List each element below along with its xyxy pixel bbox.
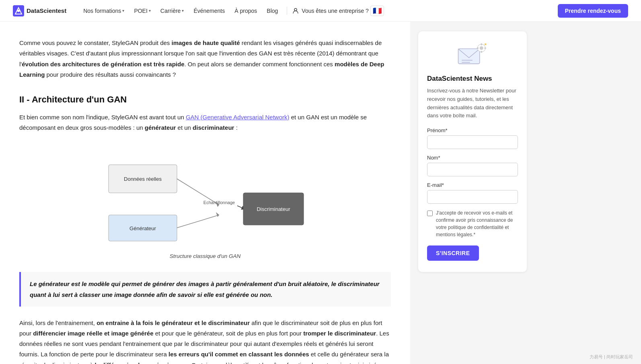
gan-diagram-svg: Données réelles Générateur Echantillonna… [101, 145, 310, 249]
consent-row: J'accepte de recevoir vos e-mails et con… [427, 209, 518, 238]
intro-bold-2: évolution des architectures de génératio… [22, 61, 184, 67]
consent-label: J'accepte de recevoir vos e-mails et con… [436, 209, 518, 238]
sidebar: ★ DataScientest News Inscrivez-vous à no… [410, 22, 535, 364]
blockquote-text: Le générateur est le modèle qui permet d… [30, 278, 382, 300]
svg-point-2 [17, 10, 20, 12]
gan-blockquote: Le générateur est le modèle qui permet d… [19, 272, 391, 307]
para1-text-1: Et bien comme son nom l'indique, StyleGA… [19, 114, 186, 121]
svg-point-3 [294, 8, 297, 11]
chevron-down-icon: ▾ [122, 8, 124, 13]
svg-rect-20 [481, 43, 482, 45]
svg-rect-22 [477, 47, 479, 49]
nav-item-formations[interactable]: Nos formations ▾ [79, 5, 128, 16]
svg-rect-17 [458, 49, 479, 63]
intro-text-4: pour produire des résultats aussi convai… [45, 71, 176, 78]
logo-text: DataScientest [27, 7, 66, 14]
nom-label: Nom* [427, 155, 518, 161]
article-para-1: Et bien comme son nom l'indique, StyleGA… [19, 112, 391, 133]
header-right: Prendre rendez-vous [558, 4, 628, 18]
newsletter-card: ★ DataScientest News Inscrivez-vous à no… [418, 31, 527, 272]
newsletter-icon-wrap: ★ [427, 41, 518, 69]
chevron-down-icon: ▾ [149, 8, 151, 13]
prenom-input[interactable] [427, 135, 518, 149]
cta-rendez-vous-button[interactable]: Prendre rendez-vous [558, 4, 628, 18]
intro-text-1: Comme vous pouvez le constater, StyleGAN… [19, 39, 172, 46]
para2-text-3: et pour que le générateur, soit de plus … [154, 330, 304, 337]
subscribe-button[interactable]: S'INSCRIRE [427, 245, 479, 261]
newsletter-desc: Inscrivez-vous à notre Newsletter pour r… [427, 87, 518, 120]
intro-text-3: . On peut alors se demander comment fonc… [185, 61, 335, 67]
gan-link[interactable]: GAN (Generative Adversarial Network) [186, 114, 290, 121]
svg-text:Echantillonnage: Echantillonnage [203, 200, 235, 205]
page-wrapper: Comme vous pouvez le constater, StyleGAN… [0, 22, 641, 364]
gan-diagram-container: Données réelles Générateur Echantillonna… [19, 145, 391, 259]
consent-checkbox[interactable] [427, 211, 433, 216]
article-intro: Comme vous pouvez le constater, StyleGAN… [19, 38, 391, 80]
para1-text-3: et un [176, 124, 193, 131]
svg-text:★: ★ [484, 42, 487, 46]
svg-marker-11 [216, 212, 219, 217]
para1-bold-1: générateur [145, 124, 176, 131]
enterprise-link[interactable]: Vous êtes une entreprise ? [292, 7, 369, 14]
svg-text:Données réelles: Données réelles [124, 176, 162, 182]
newsletter-icon: ★ [456, 41, 489, 69]
para2-bold-1: on entraine à la fois le générateur et l… [97, 319, 250, 326]
svg-text:Discriminateur: Discriminateur [257, 206, 290, 212]
nav-item-carriere[interactable]: Carrière ▾ [156, 5, 188, 16]
enterprise-icon [292, 7, 299, 14]
para2-bold-2: différencier image réelle et image génér… [33, 330, 153, 337]
main-nav: Nos formations ▾ POEI ▾ Carrière ▾ Événe… [79, 5, 558, 16]
email-label: E-mail* [427, 182, 518, 188]
nav-divider [287, 7, 287, 15]
nav-item-apropos[interactable]: À propos [230, 5, 261, 16]
email-field: E-mail* [427, 182, 518, 204]
svg-rect-23 [484, 47, 486, 49]
header: DataScientest Nos formations ▾ POEI ▾ Ca… [0, 0, 641, 22]
svg-rect-21 [481, 51, 482, 53]
gan-diagram: Données réelles Générateur Echantillonna… [101, 145, 310, 249]
intro-bold-1: images de haute qualité [172, 39, 240, 46]
section-title: II - Architecture d'un GAN [19, 94, 391, 105]
nav-item-evenements[interactable]: Événements [189, 5, 229, 16]
para2-bold-5: le différencier des vraies images [95, 362, 188, 364]
para2-bold-3: tromper le discriminateur [303, 330, 376, 337]
chevron-down-icon: ▾ [182, 8, 184, 13]
prenom-field: Prénom* [427, 127, 518, 149]
para1-text-4: : [234, 124, 237, 131]
logo[interactable]: DataScientest [13, 5, 66, 16]
language-flag-button[interactable]: 🇫🇷 [370, 6, 384, 16]
main-content: Comme vous pouvez le constater, StyleGAN… [0, 22, 410, 364]
newsletter-title: DataScientest News [427, 75, 518, 83]
prenom-label: Prénom* [427, 127, 518, 133]
nav-item-blog[interactable]: Blog [263, 5, 282, 16]
diagram-caption: Structure classique d'un GAN [170, 253, 241, 259]
email-input[interactable] [427, 190, 518, 204]
nav-item-poei[interactable]: POEI ▾ [130, 5, 154, 16]
svg-line-10 [177, 215, 219, 228]
svg-text:Générateur: Générateur [129, 225, 156, 231]
para2-text-1: Ainsi, lors de l'entrainement, [19, 319, 97, 326]
article-para-2: Ainsi, lors de l'entrainement, on entrai… [19, 318, 391, 364]
para1-bold-2: discriminateur [193, 124, 234, 131]
logo-icon [13, 5, 24, 16]
svg-point-19 [480, 46, 483, 50]
para2-bold-4: les erreurs qu'il commet en classant les… [168, 351, 309, 358]
nom-field: Nom* [427, 155, 518, 176]
watermark: 力易号 | 尚时玩家岳司 [590, 354, 633, 360]
nom-input[interactable] [427, 163, 518, 176]
